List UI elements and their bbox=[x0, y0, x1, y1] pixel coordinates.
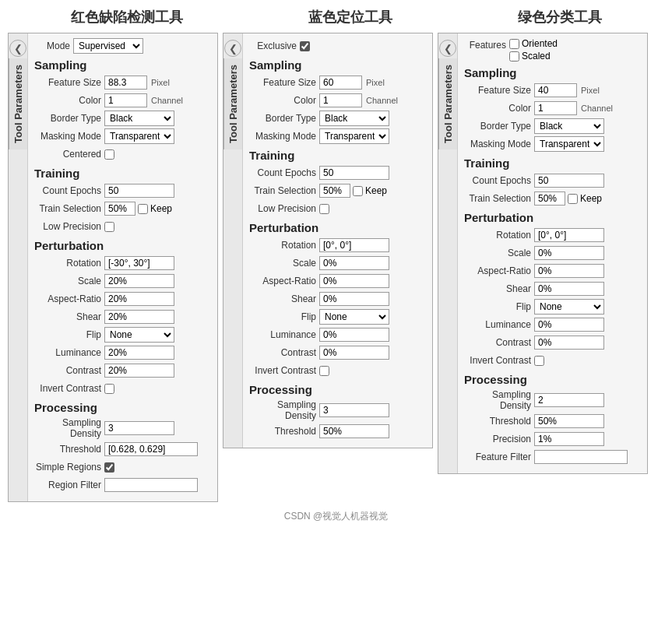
panel1-border-type-select[interactable]: Black bbox=[104, 111, 174, 126]
panel2-count-epochs-row: Count Epochs bbox=[249, 165, 426, 181]
panel2-scale-input[interactable] bbox=[319, 256, 389, 270]
panel3-feature-size-value: Pixel bbox=[534, 83, 641, 97]
panel1-threshold-input[interactable] bbox=[104, 442, 198, 456]
panel1-low-precision-checkbox[interactable] bbox=[104, 222, 114, 232]
panel3-luminance-row: Luminance bbox=[464, 317, 641, 332]
panel3-oriented-checkbox[interactable] bbox=[509, 39, 519, 49]
panel1-aspect-ratio-input[interactable] bbox=[104, 292, 174, 306]
panel2-contrast-label: Contrast bbox=[249, 347, 319, 358]
panel1-invert-contrast-checkbox[interactable] bbox=[104, 384, 114, 394]
watermark: CSDN @视觉人机器视觉 bbox=[8, 510, 664, 523]
panel2-feature-size-unit: Pixel bbox=[366, 78, 385, 87]
panel3-rotation-input[interactable] bbox=[534, 228, 604, 242]
panel3-color-input[interactable] bbox=[534, 101, 577, 115]
panel3-feature-size-input[interactable] bbox=[534, 83, 577, 97]
panel2-count-epochs-input[interactable] bbox=[319, 166, 389, 180]
panel2-keep-checkbox[interactable] bbox=[353, 186, 363, 196]
panel3-flip-value: None bbox=[534, 299, 641, 314]
panel2-back-button[interactable]: ❮ bbox=[224, 40, 241, 57]
panel2-sampling-header: Sampling bbox=[249, 58, 426, 72]
panel2-shear-input[interactable] bbox=[319, 292, 389, 306]
panel3-border-type-label: Border Type bbox=[464, 121, 534, 132]
panel2-masking-mode-select[interactable]: Transparent bbox=[319, 128, 389, 144]
panel1-flip-select[interactable]: None bbox=[104, 327, 174, 343]
panel1-count-epochs-input[interactable] bbox=[104, 184, 174, 198]
panel3-sidebar-label: Tool Parameters bbox=[438, 58, 457, 149]
panel1-region-filter-label: Region Filter bbox=[34, 480, 104, 490]
panel2-scale-label: Scale bbox=[249, 258, 319, 269]
panel2-invert-contrast-value bbox=[319, 366, 426, 376]
panel3-aspect-ratio-input[interactable] bbox=[534, 264, 604, 278]
panel3-feature-filter-input[interactable] bbox=[534, 450, 628, 464]
panel1-keep-checkbox[interactable] bbox=[138, 204, 148, 214]
panel3-color-value: Channel bbox=[534, 101, 641, 115]
panel1-train-selection-input[interactable] bbox=[104, 202, 135, 216]
panel2-sampling-density-input[interactable] bbox=[319, 403, 389, 417]
panel2-threshold-input[interactable] bbox=[319, 424, 389, 438]
panel3-sampling-density-input[interactable] bbox=[534, 393, 604, 407]
panel2-color-input[interactable] bbox=[319, 93, 362, 107]
panel3-masking-mode-select[interactable]: Transparent bbox=[534, 136, 604, 152]
panel3-count-epochs-input[interactable] bbox=[534, 174, 604, 188]
panel1-low-precision-label: Low Precision bbox=[34, 221, 104, 232]
panel2-aspect-ratio-value bbox=[319, 274, 426, 288]
panel2-rotation-input[interactable] bbox=[319, 238, 389, 252]
panel1-luminance-input[interactable] bbox=[104, 346, 174, 360]
panel1-mode-select[interactable]: Supervised bbox=[73, 38, 143, 54]
panel2-scale-value bbox=[319, 256, 426, 270]
panel1-sampling-header: Sampling bbox=[34, 58, 211, 72]
panel3-threshold-input[interactable] bbox=[534, 414, 604, 428]
panel1-centered-checkbox[interactable] bbox=[104, 149, 114, 160]
panel2-aspect-ratio-input[interactable] bbox=[319, 274, 389, 288]
panel2-feature-size-input[interactable] bbox=[319, 76, 362, 90]
panel3-train-selection-input[interactable] bbox=[534, 192, 565, 206]
panel2-flip-value: None bbox=[319, 309, 426, 325]
panel3-luminance-input[interactable] bbox=[534, 318, 604, 332]
panel3-invert-contrast-checkbox[interactable] bbox=[534, 356, 544, 366]
panel2-feature-size-row: Feature Size Pixel bbox=[249, 75, 426, 90]
page-titles: 红色缺陷检测工具 蓝色定位工具 绿色分类工具 bbox=[8, 8, 664, 26]
panel1-contrast-input[interactable] bbox=[104, 364, 174, 378]
panel2-border-type-select[interactable]: Black bbox=[319, 111, 389, 126]
panel2-luminance-row: Luminance bbox=[249, 327, 426, 343]
panel3-shear-value bbox=[534, 282, 641, 296]
panel1-invert-contrast-label: Invert Contrast bbox=[34, 383, 104, 394]
panel1-feature-size-input[interactable] bbox=[104, 76, 147, 90]
panel3-color-label: Color bbox=[464, 103, 534, 114]
panel1-scale-input[interactable] bbox=[104, 274, 174, 288]
panel1-region-filter-input[interactable] bbox=[104, 478, 198, 492]
panel3-flip-select[interactable]: None bbox=[534, 299, 604, 314]
panel3-scaled-checkbox[interactable] bbox=[509, 51, 519, 61]
panel3-processing-header: Processing bbox=[464, 373, 641, 386]
panel2-masking-mode-value: Transparent bbox=[319, 128, 426, 144]
panel3-precision-input[interactable] bbox=[534, 432, 604, 446]
panel1-back-button[interactable]: ❮ bbox=[9, 40, 26, 57]
panel1-masking-mode-select[interactable]: Transparent bbox=[104, 128, 174, 144]
panel2-flip-select[interactable]: None bbox=[319, 309, 389, 325]
panel1-simple-regions-checkbox[interactable] bbox=[104, 462, 114, 473]
panel3-border-type-select[interactable]: Black bbox=[534, 118, 604, 134]
panel3-contrast-row: Contrast bbox=[464, 335, 641, 350]
panel1-color-input[interactable] bbox=[104, 93, 147, 107]
panel3-keep-checkbox[interactable] bbox=[568, 194, 578, 204]
panel3-color-row: Color Channel bbox=[464, 100, 641, 116]
panel2-train-selection-input[interactable] bbox=[319, 184, 350, 198]
panel1-contrast-row: Contrast bbox=[34, 363, 211, 378]
panel2-contrast-value bbox=[319, 346, 426, 360]
panel1-simple-regions-label: Simple Regions bbox=[34, 462, 104, 473]
panel2-low-precision-checkbox[interactable] bbox=[319, 204, 329, 214]
panel3-flip-label: Flip bbox=[464, 301, 534, 312]
panel2-contrast-input[interactable] bbox=[319, 346, 389, 360]
panel2-exclusive-checkbox[interactable] bbox=[300, 41, 310, 51]
panel2-low-precision-label: Low Precision bbox=[249, 203, 319, 214]
panel3-back-button[interactable]: ❮ bbox=[439, 40, 456, 57]
panel2-invert-contrast-checkbox[interactable] bbox=[319, 366, 329, 376]
panel2-luminance-input[interactable] bbox=[319, 328, 389, 342]
panel1-sampling-density-input[interactable] bbox=[104, 421, 174, 435]
panel1-shear-input[interactable] bbox=[104, 310, 174, 324]
panel1-rotation-input[interactable] bbox=[104, 256, 174, 270]
panel3-contrast-input[interactable] bbox=[534, 336, 604, 350]
panel3-shear-input[interactable] bbox=[534, 282, 604, 296]
panel3-scale-input[interactable] bbox=[534, 246, 604, 260]
panel2-flip-row: Flip None bbox=[249, 309, 426, 325]
